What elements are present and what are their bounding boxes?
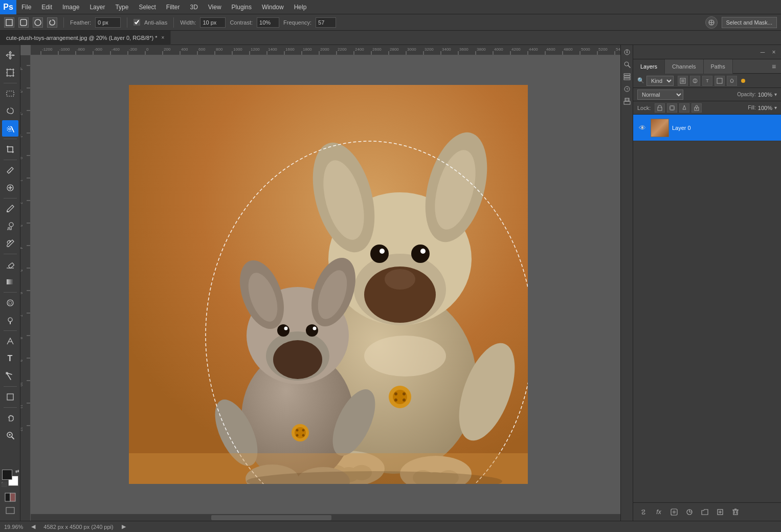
svg-text:3600: 3600 <box>459 47 468 52</box>
hand-tool[interactable] <box>2 410 18 426</box>
svg-point-197 <box>296 434 298 437</box>
menu-3d[interactable]: 3D <box>185 0 203 14</box>
tool-settings-btn[interactable] <box>705 16 718 29</box>
properties-panel-btn[interactable] <box>622 47 632 57</box>
channels-tab[interactable]: Channels <box>665 59 703 74</box>
dodge-tool[interactable] <box>2 312 18 328</box>
filter-adjust-btn[interactable] <box>690 76 700 86</box>
width-input[interactable] <box>200 17 226 28</box>
paths-tab[interactable]: Paths <box>704 59 733 74</box>
eraser-tool[interactable] <box>2 256 18 273</box>
eyedropper-tool[interactable] <box>2 162 18 179</box>
move-tool[interactable] <box>2 47 18 63</box>
plugins-panel-btn[interactable] <box>622 96 632 106</box>
blend-mode-dropdown[interactable]: Normal <box>637 90 683 100</box>
libraries-panel-btn[interactable] <box>622 72 632 82</box>
menu-edit[interactable]: Edit <box>36 0 57 14</box>
selection-lasso-btn[interactable] <box>47 17 57 28</box>
svg-rect-207 <box>681 79 684 82</box>
layer-item[interactable]: 👁 Layer 0 <box>633 115 781 141</box>
contrast-input[interactable] <box>257 17 279 28</box>
frequency-input[interactable] <box>316 17 336 28</box>
screen-mode-btn[interactable] <box>2 504 18 517</box>
lock-all-btn[interactable] <box>691 103 702 113</box>
select-and-mask-btn[interactable]: Select and Mask... <box>722 17 777 28</box>
stamp-tool[interactable] <box>2 218 18 234</box>
layers-panel-menu-btn[interactable]: ≡ <box>767 59 781 74</box>
menu-layer[interactable]: Layer <box>84 0 110 14</box>
menu-image[interactable]: Image <box>57 0 84 14</box>
layer-visibility-toggle[interactable]: 👁 <box>637 124 648 132</box>
nav-next-btn[interactable]: ▶ <box>122 523 126 530</box>
filter-pixel-btn[interactable] <box>678 76 688 86</box>
feather-input[interactable] <box>95 17 121 28</box>
svg-point-169 <box>394 392 397 395</box>
svg-text:5200: 5200 <box>598 47 608 52</box>
lock-position-btn[interactable] <box>667 103 677 113</box>
menu-filter[interactable]: Filter <box>161 0 185 14</box>
marquee-tool[interactable] <box>2 85 18 102</box>
quick-select-tool[interactable] <box>2 120 18 137</box>
filter-kind-dropdown[interactable]: Kind <box>646 76 674 86</box>
brush-tool[interactable] <box>2 201 18 217</box>
learn-panel-btn[interactable]: ? <box>622 84 632 94</box>
fill-value[interactable]: 100% <box>758 105 772 111</box>
history-brush-tool[interactable] <box>2 235 18 252</box>
layers-tab[interactable]: Layers <box>633 59 665 74</box>
fill-dropdown-arrow[interactable]: ▾ <box>774 105 777 110</box>
heal-tool[interactable] <box>2 180 18 196</box>
fg-bg-color-selector[interactable]: ⇄ ⬛ <box>2 470 18 486</box>
active-document-tab[interactable]: cute-plush-toys-arrangement.jpg @ 20% (L… <box>0 31 171 45</box>
delete-layer-btn[interactable] <box>729 506 742 518</box>
menu-view[interactable]: View <box>203 0 227 14</box>
svg-text:800: 800 <box>216 47 223 52</box>
search-panel-btn[interactable] <box>622 59 632 70</box>
menu-file[interactable]: File <box>16 0 36 14</box>
antialias-checkbox[interactable] <box>133 19 140 26</box>
type-tool[interactable]: T <box>2 350 18 367</box>
shape-tool[interactable] <box>2 389 18 405</box>
new-group-btn[interactable] <box>699 506 711 518</box>
selection-rect-btn[interactable] <box>4 17 14 28</box>
quick-mask-btn[interactable] <box>2 491 18 503</box>
menu-type[interactable]: Type <box>110 0 133 14</box>
layer-mask-btn[interactable] <box>668 506 680 518</box>
menu-select[interactable]: Select <box>133 0 161 14</box>
blur-tool[interactable] <box>2 295 18 311</box>
panel-close-btn[interactable]: × <box>769 47 779 57</box>
crop-tool[interactable] <box>2 141 18 158</box>
selection-ellipse-btn[interactable] <box>33 17 43 28</box>
svg-text:-400: -400 <box>111 47 120 52</box>
lock-pixels-btn[interactable] <box>655 103 665 113</box>
foreground-color[interactable] <box>2 470 12 480</box>
opacity-value[interactable]: 100% <box>758 92 772 98</box>
svg-text:8: 8 <box>20 337 23 339</box>
opacity-dropdown-arrow[interactable]: ▾ <box>774 92 777 97</box>
panel-minimize-btn[interactable]: ─ <box>757 47 768 57</box>
default-colors-icon[interactable]: ⬛ <box>1 482 7 487</box>
nav-prev-btn[interactable]: ◀ <box>31 523 35 530</box>
canvas-horizontal-scrollbar[interactable] <box>31 514 633 521</box>
path-select-tool[interactable] <box>2 368 18 384</box>
link-layers-btn[interactable] <box>637 506 650 518</box>
zoom-tool[interactable] <box>2 427 18 444</box>
layer-adjustment-btn[interactable] <box>683 506 696 518</box>
canvas-wrapper[interactable] <box>31 55 626 514</box>
status-bar: 19.96% ◀ 4582 px x 4500 px (240 ppi) ▶ <box>0 521 781 532</box>
filter-shape-btn[interactable] <box>715 76 725 86</box>
new-layer-btn[interactable] <box>714 506 726 518</box>
menu-help[interactable]: Help <box>289 0 312 14</box>
layer-fx-btn[interactable]: fx <box>653 506 665 518</box>
artboard-tool[interactable] <box>2 64 18 81</box>
pen-tool[interactable] <box>2 333 18 349</box>
gradient-tool[interactable] <box>2 274 18 290</box>
swap-colors-icon[interactable]: ⇄ <box>15 469 19 474</box>
filter-type-btn[interactable]: T <box>702 76 712 86</box>
tab-close-btn[interactable]: × <box>161 35 164 40</box>
lock-artboard-btn[interactable] <box>679 103 689 113</box>
selection-rounded-btn[interactable] <box>18 17 29 28</box>
filter-smart-btn[interactable] <box>727 76 737 86</box>
menu-plugins[interactable]: Plugins <box>227 0 257 14</box>
lasso-tool[interactable] <box>2 103 18 119</box>
menu-window[interactable]: Window <box>257 0 289 14</box>
